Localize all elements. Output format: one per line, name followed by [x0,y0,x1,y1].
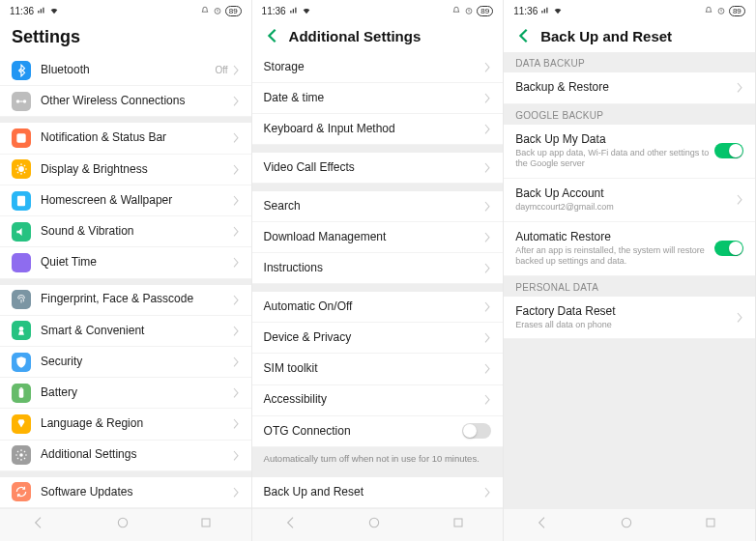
list-row[interactable]: Storage [252,52,504,83]
svg-rect-14 [454,519,462,527]
list-row[interactable]: Automatic Restore After an app is reinst… [504,222,755,276]
nav-home[interactable] [115,515,136,536]
list-row[interactable]: Automatic On/Off [252,292,504,323]
list-row[interactable]: Fingerprint, Face & Passcode [0,285,251,316]
row-title: Factory Data Reset [515,304,736,320]
toggle-on[interactable] [714,241,743,256]
nav-bar [252,508,504,541]
list-row[interactable]: Back Up and Reset [252,477,504,508]
screen-header: Additional Settings [252,21,504,52]
row-title: Homescreen & Wallpaper [41,193,232,209]
section-header: PERSONAL DATA [504,276,755,297]
list-row[interactable]: Keyboard & Input Method [252,114,504,145]
svg-point-4 [18,166,24,172]
page-title: Back Up and Reset [540,28,672,44]
list-row[interactable]: OTG Connection [252,416,504,448]
notif-icon [12,128,31,148]
row-title: Download Management [264,230,484,245]
svg-point-2 [23,100,27,103]
list-row[interactable]: Bluetooth Off [0,55,251,86]
nav-home[interactable] [619,515,640,536]
fingerprint-icon [12,290,31,309]
nav-bar [504,508,755,541]
quiet-icon [12,253,31,272]
list-row[interactable]: Display & Brightness [0,155,251,185]
list-row[interactable]: Backup & Restore [504,72,755,104]
row-title: Display & Brightness [41,162,232,178]
bell-icon [200,6,210,15]
row-title: Back Up and Reset [264,485,484,500]
list-row[interactable]: Video Call Effects [252,153,504,184]
svg-rect-3 [16,133,25,142]
list-row[interactable]: Search [252,191,504,222]
settings-list: Storage Date & time Keyboard & Input Met… [252,52,504,508]
svg-point-16 [622,518,630,527]
row-title: Additional Settings [41,447,232,463]
update-icon [12,482,31,501]
nav-recent[interactable] [198,515,219,536]
list-row[interactable]: SIM toolkit [252,354,504,384]
section-gap [252,470,504,477]
row-title: Search [264,199,484,214]
nav-recent[interactable] [703,515,724,536]
row-title: OTG Connection [264,424,463,440]
list-row[interactable]: Notification & Status Bar [0,123,251,154]
chevron-right-icon [736,194,743,206]
chevron-right-icon [483,162,491,174]
row-subtitle: daymccourt2@gmail.com [515,202,736,213]
svg-point-6 [19,327,24,331]
back-button[interactable] [264,27,281,44]
toggle-off[interactable] [462,423,491,439]
screen-header: Settings [0,21,251,55]
list-row[interactable]: Download Management [252,222,504,253]
list-row[interactable]: Battery [0,378,251,409]
chevron-right-icon [483,201,491,213]
chevron-right-icon [483,332,491,344]
clock: 11:36 [513,6,538,16]
svg-rect-5 [17,195,25,206]
nav-back[interactable] [31,515,52,536]
language-icon [12,414,31,434]
nav-back[interactable] [283,515,305,536]
nav-back[interactable] [535,515,556,536]
list-row[interactable]: Instructions [252,253,504,284]
chevron-right-icon [232,163,240,175]
section-note: Automatically turn off when not in use f… [252,447,504,470]
list-row[interactable]: Device & Privacy [252,323,504,354]
list-row[interactable]: Other Wireless Connections [0,86,251,117]
section-gap [252,284,504,292]
row-title: Software Updates [41,485,232,500]
status-bar: 11:36 89 [504,0,755,21]
chevron-right-icon [232,257,240,269]
toggle-on[interactable] [714,143,743,158]
wifi-icon [49,6,59,15]
list-row[interactable]: Language & Region [0,409,251,440]
list-row[interactable]: Software Updates [0,477,251,508]
list-row[interactable]: Security [0,347,251,378]
section-header: DATA BACKUP [504,52,755,72]
list-row[interactable]: Sound & Vibration [0,216,251,247]
chevron-right-icon [483,124,491,135]
list-row[interactable]: Factory Data Reset Erases all data on ph… [504,297,755,340]
bluetooth-icon [12,61,31,80]
back-button[interactable] [515,27,533,44]
list-row[interactable]: Homescreen & Wallpaper [0,185,251,216]
list-row[interactable]: Additional Settings [0,441,251,471]
nav-home[interactable] [366,515,388,536]
list-row[interactable]: Date & time [252,83,504,114]
chevron-right-icon [232,387,240,399]
list-row[interactable]: Accessibility [252,385,504,416]
screen-additional: 11:36 89 Additional Settings Storage Dat… [252,0,505,541]
chevron-right-icon [483,93,491,104]
list-row[interactable]: Quiet Time [0,247,251,278]
row-subtitle: After an app is reinstalled, the system … [515,245,714,268]
page-title: Settings [12,27,80,47]
list-row[interactable]: Back Up Account daymccourt2@gmail.com [504,179,755,222]
bell-icon [704,6,713,15]
nav-recent[interactable] [451,515,472,536]
screen-backup: 11:36 89 Back Up and Reset DATA BACKUP B… [504,0,756,541]
screen-settings: 11:36 89 Settings Bluetooth Off Other Wi… [0,0,252,541]
list-row[interactable]: Smart & Convenient [0,316,251,347]
list-row[interactable]: Back Up My Data Back up app data, Wi-Fi … [504,125,755,179]
chevron-right-icon [232,65,240,76]
